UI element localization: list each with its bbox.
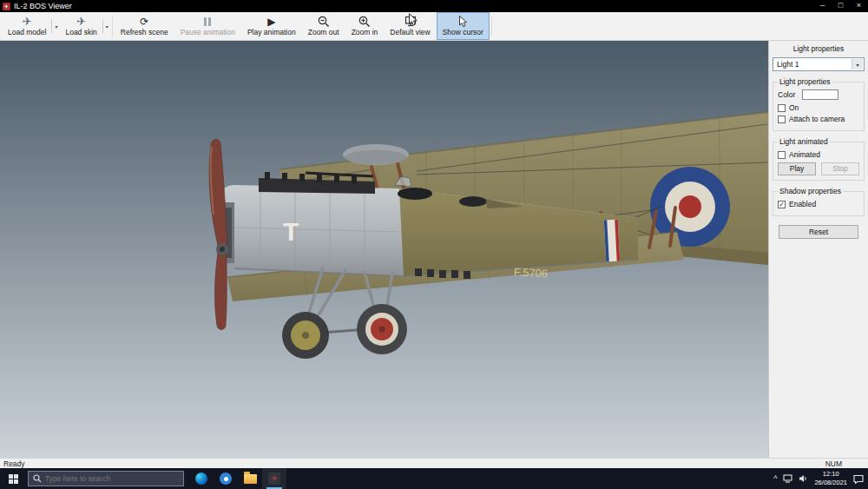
play-icon: ▶ [267, 15, 275, 28]
toolbar-separator [491, 16, 492, 36]
window-title: IL-2 BOS Viewer [14, 2, 813, 10]
num-lock-indicator: NUM [825, 459, 842, 468]
windows-taskbar: ✈ ^ 12:10 26/08/2021 [0, 468, 868, 489]
viewport-3d[interactable]: T F.5706 [0, 41, 768, 458]
gravity-tank [343, 144, 409, 165]
zoom-out-icon [318, 15, 330, 28]
light-properties-group: Light properties Color On Attach to came… [773, 77, 865, 131]
on-checkbox[interactable] [778, 104, 786, 112]
animated-checkbox[interactable] [778, 151, 786, 159]
main-area: T F.5706 [0, 41, 868, 458]
windows-start-icon [9, 474, 18, 484]
tail-stripe [604, 220, 620, 262]
load-skin-label: Load skin [65, 28, 96, 36]
pause-animation-label: Pause animation [181, 28, 235, 36]
airplane-icon: ✈ [23, 15, 32, 28]
light-properties-group-label: Light properties [778, 77, 832, 86]
light-select-value: Light 1 [777, 60, 799, 69]
panel-title: Light properties [769, 43, 868, 57]
tray-expand-button[interactable]: ^ [773, 474, 777, 483]
edge-icon [195, 472, 207, 485]
chat-app-button[interactable] [214, 468, 238, 489]
play-animation-label: Play animation [247, 28, 296, 36]
edge-browser-button[interactable] [189, 468, 214, 489]
chat-app-icon [220, 472, 232, 485]
maximize-button[interactable]: □ [832, 0, 850, 12]
light-select[interactable]: Light 1 ▾ [773, 57, 865, 71]
system-tray: ^ 12:10 26/08/2021 [773, 470, 868, 487]
minimize-button[interactable]: – [813, 0, 832, 12]
zoom-in-icon [358, 15, 371, 28]
refresh-scene-label: Refresh scene [121, 28, 168, 36]
close-button[interactable]: × [850, 0, 868, 12]
show-cursor-button[interactable]: Show cursor [437, 12, 490, 40]
reset-button[interactable]: Reset [779, 225, 858, 239]
status-text: Ready [3, 459, 825, 468]
start-button[interactable] [0, 468, 26, 489]
search-icon [33, 471, 42, 486]
refresh-icon: ⟳ [140, 15, 148, 28]
load-model-label: Load model [8, 28, 46, 36]
aircraft-render: T F.5706 [0, 41, 768, 458]
il2-app-icon: ✈ [268, 472, 280, 485]
animated-label: Animated [789, 150, 820, 159]
cursor-icon [458, 15, 468, 28]
load-skin-button[interactable]: ✈ Load skin ▾ [59, 12, 109, 40]
zoom-out-button[interactable]: Zoom out [302, 12, 345, 40]
toolbar-separator [112, 16, 113, 36]
action-center-button[interactable] [853, 474, 864, 484]
file-explorer-icon [244, 474, 257, 484]
pause-animation-button: Pause animation [174, 12, 241, 40]
clock-date: 26/08/2021 [814, 479, 847, 487]
play-button[interactable]: Play [778, 162, 816, 175]
speaker-icon[interactable] [799, 474, 808, 483]
taskbar-apps: ✈ [189, 468, 286, 489]
default-view-label: Default view [390, 28, 430, 36]
attach-to-camera-label: Attach to camera [789, 115, 845, 123]
attach-to-camera-checkbox[interactable] [778, 116, 786, 123]
status-bar: Ready NUM [0, 458, 868, 468]
light-animated-group-label: Light animated [778, 137, 830, 146]
taskbar-clock[interactable]: 12:10 26/08/2021 [814, 470, 847, 487]
light-animated-group: Light animated Animated Play Stop [773, 137, 865, 181]
zoom-out-label: Zoom out [308, 28, 339, 36]
shadow-enabled-checkbox[interactable]: ✓ [778, 201, 786, 208]
show-cursor-label: Show cursor [443, 28, 483, 36]
stop-button: Stop [821, 162, 859, 175]
chevron-down-icon[interactable]: ▾ [852, 59, 863, 69]
pause-icon [204, 15, 211, 28]
title-bar: ✈ IL-2 BOS Viewer – □ × [0, 0, 868, 12]
fuselage-letter: T [283, 217, 299, 246]
zoom-in-button[interactable]: Zoom in [345, 12, 385, 40]
airplane-icon: ✈ [76, 15, 86, 28]
file-explorer-button[interactable] [238, 468, 262, 489]
default-view-button[interactable]: Default view [384, 12, 436, 40]
left-wheel [282, 312, 329, 359]
color-label: Color [778, 90, 795, 99]
color-swatch[interactable] [802, 89, 838, 100]
serial-number: F.5706 [514, 266, 549, 281]
shadow-properties-group-label: Shadow properties [778, 187, 843, 195]
clock-time: 12:10 [814, 470, 847, 479]
toolbar: ✈ Load model ▾ ✈ Load skin ▾ ⟳ Refresh s… [0, 12, 868, 41]
app-window: ✈ IL-2 BOS Viewer – □ × ✈ Load model ▾ ✈… [0, 0, 868, 489]
search-input[interactable] [45, 474, 179, 483]
light-properties-panel: Light properties Light 1 ▾ Light propert… [768, 41, 868, 458]
monitor-icon [404, 15, 417, 28]
chevron-down-icon[interactable]: ▾ [51, 19, 57, 33]
load-model-button[interactable]: ✈ Load model ▾ [2, 12, 59, 40]
on-label: On [789, 103, 799, 112]
app-icon: ✈ [3, 3, 10, 10]
shadow-enabled-label: Enabled [789, 200, 816, 208]
taskbar-search[interactable] [28, 471, 184, 486]
play-animation-button[interactable]: ▶ Play animation [241, 12, 302, 40]
refresh-scene-button[interactable]: ⟳ Refresh scene [115, 12, 174, 40]
network-icon[interactable] [783, 474, 792, 483]
shadow-properties-group: Shadow properties ✓ Enabled [773, 187, 865, 216]
zoom-in-label: Zoom in [352, 28, 378, 36]
il2-viewer-button[interactable]: ✈ [262, 468, 286, 489]
chevron-down-icon[interactable]: ▾ [102, 19, 108, 33]
right-wheel [357, 304, 407, 354]
